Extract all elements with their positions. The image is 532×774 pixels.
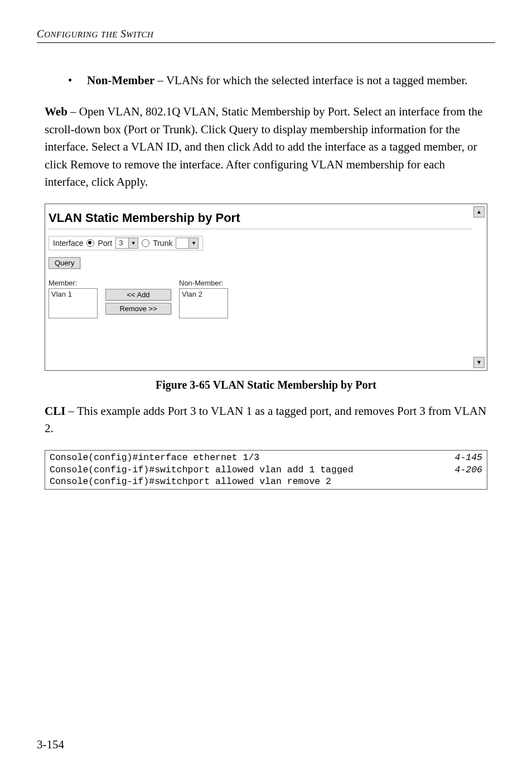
add-button[interactable]: << Add — [105, 289, 171, 301]
scroll-down-button[interactable]: ▼ — [473, 357, 485, 368]
bullet-dot: • — [68, 72, 87, 89]
nonmember-item[interactable]: Vlan 2 — [182, 290, 225, 298]
cli-ref: 4-145 — [454, 452, 482, 464]
panel-title-rule — [49, 229, 472, 229]
interface-row: Interface Port 3 ▼ Trunk ▼ — [49, 236, 203, 250]
cli-line: Console(config-if)#switchport allowed vl… — [50, 476, 482, 488]
header-rule — [37, 42, 495, 43]
cli-body: – This example adds Port 3 to VLAN 1 as … — [45, 404, 486, 436]
web-paragraph: Web – Open VLAN, 802.1Q VLAN, Static Mem… — [45, 103, 490, 191]
cli-line: Console(config-if)#switchport allowed vl… — [50, 464, 482, 476]
cli-cmd: Console(config)#interface ethernet 1/3 — [50, 452, 259, 464]
port-select-value: 3 — [116, 239, 128, 247]
bullet-term: Non-Member — [87, 74, 154, 87]
cli-lead: CLI — [45, 404, 65, 418]
figure-caption: Figure 3-65 VLAN Static Membership by Po… — [37, 379, 495, 391]
transfer-buttons: << Add Remove >> — [105, 289, 171, 315]
web-lead: Web — [45, 105, 67, 118]
bullet-desc: – VLANs for which the selected interface… — [154, 74, 467, 87]
nonmember-label: Non-Member: — [179, 279, 228, 287]
page-header: CONFIGURING THE SWITCH — [37, 28, 495, 40]
bullet-text: Non-Member – VLANs for which the selecte… — [87, 72, 467, 89]
cli-listing: Console(config)#interface ethernet 1/3 4… — [45, 450, 487, 490]
member-label: Member: — [49, 279, 98, 287]
chevron-down-icon: ▼ — [188, 238, 198, 248]
cli-ref: 4-206 — [454, 464, 482, 476]
port-select[interactable]: 3 ▼ — [115, 238, 138, 249]
cli-paragraph: CLI – This example adds Port 3 to VLAN 1… — [45, 403, 490, 438]
member-column: Member: Vlan 1 — [49, 279, 98, 318]
port-label: Port — [98, 239, 112, 248]
query-row: Query — [49, 257, 472, 269]
remove-button[interactable]: Remove >> — [105, 303, 171, 315]
scroll-up-button[interactable]: ▲ — [473, 206, 485, 217]
cli-line: Console(config)#interface ethernet 1/3 4… — [50, 452, 482, 464]
chevron-down-icon: ▼ — [128, 238, 138, 248]
trunk-label: Trunk — [153, 239, 172, 248]
trunk-radio[interactable] — [142, 239, 149, 247]
panel-title: VLAN Static Membership by Port — [49, 205, 472, 229]
page-number: 3-154 — [37, 738, 64, 752]
member-listbox[interactable]: Vlan 1 — [49, 288, 98, 318]
cli-cmd: Console(config-if)#switchport allowed vl… — [50, 476, 331, 488]
nonmember-column: Non-Member: Vlan 2 — [179, 279, 228, 318]
screenshot-figure: ▲ ▼ VLAN Static Membership by Port Inter… — [45, 204, 487, 371]
port-radio[interactable] — [86, 239, 94, 247]
header-text: CONFIGURING THE SWITCH — [37, 28, 153, 40]
nonmember-listbox[interactable]: Vlan 2 — [179, 288, 228, 318]
cli-cmd: Console(config-if)#switchport allowed vl… — [50, 464, 354, 476]
query-button[interactable]: Query — [49, 257, 80, 269]
lists-row: Member: Vlan 1 << Add Remove >> Non-Memb… — [49, 279, 472, 318]
web-body: – Open VLAN, 802.1Q VLAN, Static Members… — [45, 105, 482, 188]
bullet-item: • Non-Member – VLANs for which the selec… — [68, 72, 490, 89]
trunk-select[interactable]: ▼ — [176, 238, 199, 249]
vlan-panel: VLAN Static Membership by Port Interface… — [49, 205, 472, 368]
member-item[interactable]: Vlan 1 — [51, 290, 95, 298]
interface-label: Interface — [53, 239, 83, 248]
